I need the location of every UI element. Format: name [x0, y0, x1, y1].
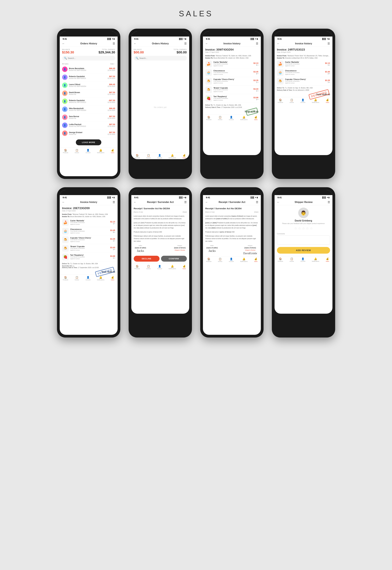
load-more-button[interactable]: LOAD MORE — [76, 139, 101, 145]
phone-orders-empty: 9:41 ▌▌▌ ▾ ▮ ← Orders History ☰ BALANCE … — [129, 29, 192, 179]
nav-products[interactable]: 🏠Products — [278, 99, 283, 103]
order-item[interactable]: 👤 Nika Baratashvili Invoice No 30WT43GD6… — [60, 105, 118, 113]
star-5[interactable]: ☆ — [310, 226, 313, 230]
nav-notifications[interactable]: 🔔Notifications — [312, 257, 319, 262]
nav-invoice[interactable]: 📋Invoice — [75, 276, 79, 281]
nav-invoice[interactable]: 📋Invoice — [290, 257, 294, 262]
wifi-icon: ▾ — [112, 38, 113, 40]
menu-button[interactable]: ☰ — [256, 201, 258, 204]
order-item[interactable]: 👤 Roberto Gandolini Invoice No 30WT43G52… — [60, 73, 118, 81]
menu-button[interactable]: ☰ — [256, 42, 258, 45]
nav-invoice[interactable]: 📋Invoice — [75, 149, 79, 153]
order-item[interactable]: 👤 Sara Bernar Invoice No $87.50 22.04.20… — [60, 113, 118, 121]
nav-sales[interactable]: 💰Sales — [326, 257, 329, 262]
nav-account[interactable]: 👤Account — [229, 258, 234, 262]
nav-notifications[interactable]: 🔔Notifications — [168, 154, 176, 159]
nav-sales[interactable]: 💰Sales — [182, 154, 186, 159]
back-button[interactable]: ← — [62, 201, 65, 204]
shipper-review-link[interactable]: Shipper's Review — [243, 249, 257, 251]
nav-sales[interactable]: 💰Sales — [111, 276, 114, 281]
order-item[interactable]: 👤 Roberto Gandolini Refund No 24RTUS3G23… — [60, 97, 118, 105]
nav-notifications[interactable]: 🔔Notifications — [168, 265, 176, 269]
nav-products[interactable]: 🏠Products — [135, 265, 140, 269]
menu-button[interactable]: ☰ — [184, 201, 187, 204]
star-2[interactable]: ☆ — [298, 226, 301, 230]
product-row: 🍮 Cupcake 'Choco-Cherry' Cras blandit co… — [60, 235, 118, 244]
date-sort-label[interactable]: Date ↑ — [110, 63, 115, 65]
nav-products[interactable]: 🏠Products — [135, 154, 140, 159]
nav-products[interactable]: 🏠Products — [206, 116, 211, 120]
nav-account[interactable]: 👤Account — [85, 149, 90, 153]
back-button[interactable]: ← — [277, 201, 280, 204]
nav-account[interactable]: 👤Account — [85, 276, 90, 281]
nav-notifications[interactable]: 🔔Notifications — [240, 116, 248, 120]
battery-icon: ▮ — [257, 38, 258, 40]
nav-products[interactable]: 🏠Products — [278, 257, 283, 262]
nav-invoice[interactable]: 📋Invoice — [146, 265, 151, 269]
back-button[interactable]: ← — [134, 42, 137, 45]
receipt-body4: Pellentersque rahtum edit vel neque faci… — [134, 235, 187, 242]
nav-account[interactable]: 👤Account — [157, 265, 162, 269]
search-input[interactable] — [68, 57, 113, 59]
nav-account[interactable]: 👤Account — [300, 99, 305, 103]
order-item[interactable]: 👤 Laura Cliford Invoice No 30WT43GD54 $6… — [60, 81, 118, 89]
wifi-icon: ▾ — [255, 38, 256, 40]
nav-products[interactable]: 🏠Products — [63, 149, 68, 153]
comments-input[interactable] — [277, 235, 330, 245]
confirm-button[interactable]: CONFIRM — [161, 256, 187, 262]
menu-button[interactable]: ☰ — [184, 42, 187, 45]
star-1[interactable]: ☆ — [294, 226, 297, 230]
nav-sales[interactable]: 💰Sales — [326, 99, 329, 103]
phone-receipt-signed: 9:41 ▌▌▌ ▾ ▮ ← Receipt / Surrender Act ☰… — [200, 187, 264, 337]
nav-notifications[interactable]: 🔔Notifications — [312, 99, 319, 103]
nav-products[interactable]: 🏠Products — [63, 276, 68, 281]
back-button[interactable]: ← — [205, 42, 208, 45]
nav-sales[interactable]: 💰Sales — [254, 258, 257, 262]
star-4[interactable]: ☆ — [306, 226, 309, 230]
from-label: Invoice From: — [62, 214, 72, 215]
decline-button[interactable]: DECLINE — [134, 256, 159, 262]
nav-invoice[interactable]: 📋Invoice — [146, 154, 151, 159]
back-button[interactable]: ← — [134, 201, 137, 204]
to-label: Invoice To: — [62, 216, 70, 218]
receipt-title: Receipt / Surrender Act No DE354 — [205, 207, 258, 210]
search-icon: 🔍 — [64, 57, 67, 59]
from-name: "Barbaras' Flower Store" 43, Macedonian … — [287, 55, 329, 57]
star-rating[interactable]: ☆ ☆ ☆ ☆ ☆ — [294, 226, 313, 230]
nav-notifications[interactable]: 🔔Notifications — [240, 258, 248, 262]
star-3[interactable]: ☆ — [302, 226, 305, 230]
menu-button[interactable]: ☰ — [113, 42, 115, 45]
menu-button[interactable]: ☰ — [113, 201, 115, 204]
order-item[interactable]: 👤 Lolita Piachoti Invoice No 24RTUS3G23 … — [60, 121, 118, 129]
nav-sales[interactable]: 💰Sales — [254, 116, 257, 120]
back-button[interactable]: ← — [277, 42, 280, 45]
order-item[interactable]: 👤 George Eristavi Invoice No $87.50 22.0… — [60, 129, 118, 137]
nav-notifications[interactable]: 🔔Notifications — [97, 149, 104, 153]
product-row: 🍰 Cache 'Marbella' Cras blandit consecte… — [275, 60, 333, 68]
nav-account[interactable]: 👤Account — [229, 116, 234, 120]
nav-account[interactable]: 👤Account — [300, 257, 305, 262]
nav-account[interactable]: 👤Account — [157, 154, 162, 159]
nav-sales[interactable]: 💰Sales — [111, 149, 114, 153]
nav-invoice[interactable]: 📋Invoice — [218, 116, 222, 120]
nav-notifications[interactable]: 🔔Notifications — [97, 276, 104, 281]
menu-button[interactable]: ☰ — [327, 42, 330, 45]
nav-invoice[interactable]: 📋Invoice — [290, 99, 294, 103]
phone-orders-history: 9:41 ▌▌▌ ▾ ▮ ← Orders History ☰ BALANCE … — [57, 29, 120, 179]
signal-icon: ▌▌▌ — [322, 38, 326, 40]
nav-invoice[interactable]: 📋Invoice — [218, 258, 222, 262]
shipper-label: Shipper: — [174, 245, 186, 247]
back-button[interactable]: ← — [205, 201, 208, 204]
add-review-button[interactable]: ADD REVIEW — [277, 247, 330, 254]
menu-button[interactable]: ☰ — [328, 201, 330, 204]
shipper-review-link[interactable]: Shipper's Review — [174, 249, 186, 251]
receipt-body1: Lorem ipsum dolor sit amet consecleur [n… — [134, 215, 187, 220]
battery-icon: ▮ — [257, 196, 258, 199]
search-input[interactable] — [140, 57, 185, 59]
back-button[interactable]: ← — [62, 42, 65, 45]
order-item[interactable]: 👤 Bruno Bernshtein Invoice No 30WT43GD54… — [60, 65, 118, 73]
nav-sales[interactable]: 💰Sales — [182, 265, 186, 269]
from-name: "Monicas Trattoria" 50, Salem str. 4362,… — [72, 214, 108, 215]
order-item[interactable]: 👤 David Brown Invoice No $87.50 22.04.20… — [60, 89, 118, 97]
nav-products[interactable]: 🏠Products — [206, 258, 211, 262]
